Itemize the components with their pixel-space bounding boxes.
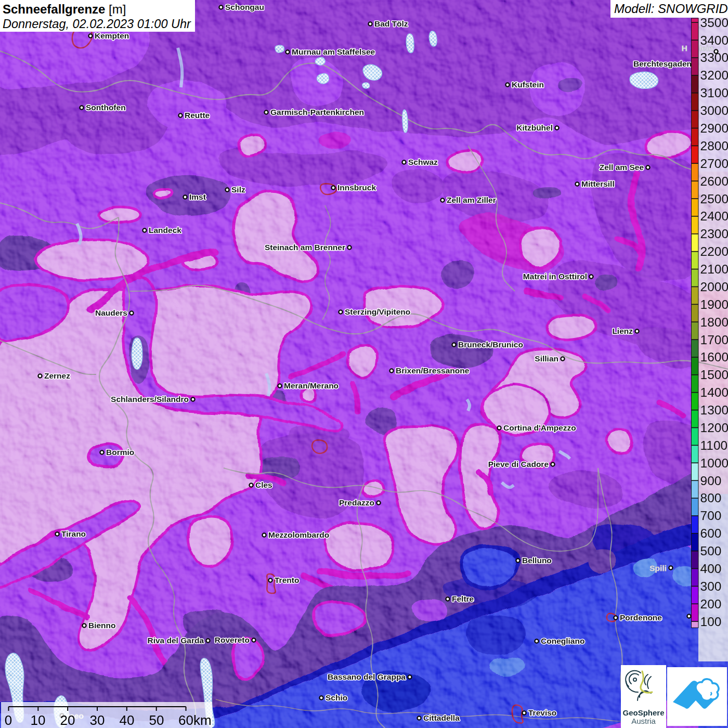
svg-text:Schwaz: Schwaz [408,158,438,166]
svg-text:Rovereto: Rovereto [215,635,250,644]
svg-text:500: 500 [700,544,722,558]
svg-text:Zell am See: Zell am See [600,163,644,172]
svg-text:Feltre: Feltre [452,594,474,603]
svg-text:1600: 1600 [700,350,728,364]
svg-text:1900: 1900 [700,297,728,311]
svg-text:2700: 2700 [700,157,728,171]
svg-text:Schongau: Schongau [225,3,264,11]
svg-text:Conegliano: Conegliano [541,636,584,645]
svg-text:Sillian: Sillian [535,354,558,363]
svg-text:1400: 1400 [700,385,728,399]
svg-text:Mittersill: Mittersill [581,179,615,188]
svg-text:Trento: Trento [275,576,299,584]
svg-text:Spili: Spili [649,564,667,573]
svg-text:1100: 1100 [700,438,728,452]
svg-text:Meran/Merano: Meran/Merano [284,381,339,390]
svg-text:3400: 3400 [700,33,728,47]
svg-text:Mezzolombardo: Mezzolombardo [268,530,329,539]
svg-text:2000: 2000 [700,280,728,294]
svg-text:50: 50 [149,712,164,728]
svg-text:Reutte: Reutte [185,111,210,120]
svg-text:Kitzbühel: Kitzbühel [516,123,553,132]
svg-text:H: H [682,44,687,53]
svg-text:Zernez: Zernez [44,371,70,380]
svg-text:Predazzo: Predazzo [339,498,374,507]
svg-text:Berchtesgaden: Berchtesgaden [633,59,692,68]
svg-text:Zell am Ziller: Zell am Ziller [447,196,496,204]
svg-text:10: 10 [31,712,46,728]
svg-text:Riva del Garda: Riva del Garda [147,636,204,645]
svg-text:1300: 1300 [700,403,728,417]
svg-text:300: 300 [700,579,722,593]
svg-text:1700: 1700 [700,333,728,347]
svg-text:Bruneck/Brunico: Bruneck/Brunico [458,340,523,349]
svg-text:Cortina d'Ampezzo: Cortina d'Ampezzo [503,423,576,432]
svg-text:Sterzing/Vipiteno: Sterzing/Vipiteno [345,307,410,316]
svg-text:3200: 3200 [700,68,728,82]
svg-text:Brixen/Bressanone: Brixen/Bressanone [396,366,470,375]
svg-text:30: 30 [90,712,105,728]
svg-text:Silz: Silz [231,185,245,194]
svg-text:Tirano: Tirano [61,529,86,538]
svg-text:20: 20 [60,712,75,728]
svg-text:Bassano del Grappa: Bassano del Grappa [328,672,406,681]
svg-text:3000: 3000 [700,103,728,118]
svg-text:Nauders: Nauders [95,308,127,317]
svg-text:1500: 1500 [700,368,728,382]
svg-text:200: 200 [700,597,722,611]
svg-text:2900: 2900 [700,121,728,135]
svg-text:2800: 2800 [700,139,728,153]
svg-text:700: 700 [700,509,722,523]
svg-text:2100: 2100 [700,262,728,276]
svg-text:Sonthofen: Sonthofen [86,103,126,112]
svg-text:3100: 3100 [700,86,728,100]
svg-text:40: 40 [120,712,135,728]
svg-text:Landeck: Landeck [149,226,181,235]
svg-text:2600: 2600 [700,174,728,188]
svg-text:Lienz: Lienz [612,327,633,335]
svg-text:Kempten: Kempten [95,31,129,40]
svg-text:Steinach am Brenner: Steinach am Brenner [265,243,345,252]
svg-text:Matrei in Osttirol: Matrei in Osttirol [523,272,587,281]
svg-text:Imst: Imst [189,192,206,201]
svg-text:Innsbruck: Innsbruck [337,183,376,192]
svg-text:2500: 2500 [700,192,728,206]
svg-text:Bormio: Bormio [106,448,134,457]
svg-text:2300: 2300 [700,227,728,241]
svg-text:Pieve di Cadore: Pieve di Cadore [488,460,549,469]
svg-text:60km: 60km [178,712,212,728]
svg-text:Schlanders/Silandro: Schlanders/Silandro [111,395,189,404]
svg-text:2400: 2400 [700,209,728,223]
svg-text:Pordenone: Pordenone [620,613,662,622]
svg-text:Bad Tölz: Bad Tölz [374,19,408,28]
svg-text:600: 600 [700,526,722,540]
svg-text:Kufstein: Kufstein [512,80,544,89]
svg-text:Garmisch-Partenkirchen: Garmisch-Partenkirchen [270,108,364,116]
svg-text:Cittadella: Cittadella [423,713,460,722]
svg-text:1000: 1000 [700,456,728,470]
svg-text:0: 0 [5,712,12,728]
svg-text:3300: 3300 [700,50,728,64]
svg-text:Cles: Cles [255,480,272,489]
svg-text:1200: 1200 [700,421,728,435]
svg-text:Bienno: Bienno [88,621,116,630]
svg-text:Murnau am Staffelsee: Murnau am Staffelsee [292,47,375,56]
svg-text:Treviso: Treviso [528,708,556,717]
svg-text:1800: 1800 [700,315,728,329]
svg-text:900: 900 [700,474,722,488]
svg-text:Schio: Schio [326,693,347,702]
svg-text:800: 800 [700,491,722,505]
svg-text:Belluno: Belluno [522,556,552,565]
svg-text:400: 400 [700,562,722,576]
svg-text:2200: 2200 [700,244,728,258]
svg-text:100: 100 [700,615,722,629]
